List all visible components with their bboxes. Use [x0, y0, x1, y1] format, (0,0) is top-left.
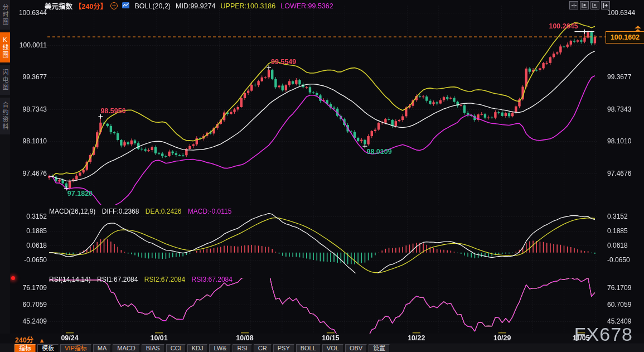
indicator-chart-icon	[122, 2, 129, 10]
axis-label: 76.1709	[607, 284, 631, 292]
macd-title: MACD(26,12,9)	[49, 208, 95, 215]
date-label: 10/29	[493, 334, 511, 342]
chart-canvas[interactable]	[0, 0, 644, 352]
axis-label: 0.1885	[607, 227, 628, 235]
rsi2-value: RSI2:67.2084	[144, 276, 185, 283]
axis-label: 0.0618	[607, 242, 628, 249]
toolbar-button-KDJ[interactable]: KDJ	[187, 344, 208, 352]
axis-label: 76.1709	[12, 284, 47, 292]
toolbar-button-VIP指标[interactable]: VIP指标	[60, 344, 91, 352]
timeframe-up-arrow-icon: ▲	[39, 337, 45, 344]
last-price-value: 100.1602	[611, 33, 640, 41]
toolbar-button-指标[interactable]: 指标	[14, 344, 36, 352]
date-label: 10/01	[150, 334, 167, 342]
toolbar-button-CR[interactable]: CR	[254, 344, 272, 352]
date-label: 09/24	[61, 334, 78, 342]
add-compare-icon[interactable]	[110, 2, 118, 9]
timeframe-selector-label: 240分	[15, 336, 33, 344]
zoom-in-tool-button[interactable]	[580, 1, 589, 9]
macd-dea-value: DEA:0.2426	[146, 208, 182, 215]
toolbar-button-OBV[interactable]: OBV	[345, 344, 367, 352]
boll-indicator-label: BOLL(20,2)	[134, 2, 171, 10]
toolbar-button-CCI[interactable]: CCI	[166, 344, 186, 352]
boll-upper-value: UPPER:100.3186	[221, 2, 276, 10]
last-price-box: 100.1602	[606, 31, 644, 44]
date-label: 10/22	[408, 334, 425, 342]
axis-label: 100.6344	[12, 9, 47, 17]
axis-label: 0.1885	[12, 227, 47, 235]
collapse-panel-tool-button[interactable]	[601, 1, 610, 9]
axis-label: 0.0618	[12, 242, 47, 249]
toolbar-button-VOL[interactable]: VOL	[322, 344, 343, 352]
price-up-arrows-icon	[635, 26, 642, 32]
axis-label: 98.7343	[12, 105, 47, 113]
rsi1-value: RSI1:67.2084	[97, 276, 138, 283]
date-label: 10/08	[236, 334, 253, 342]
axis-label: 0.3152	[12, 213, 47, 220]
recording-dot-icon	[11, 276, 15, 280]
sidebar-tab-分时图[interactable]: 分时图	[0, 0, 10, 30]
axis-label: 99.3677	[607, 73, 631, 81]
axis-label: 97.4676	[607, 170, 631, 177]
axis-label: 97.4676	[12, 170, 47, 177]
price-annotation-low: 97.1820	[67, 190, 93, 197]
axis-label: 0.3152	[607, 213, 628, 220]
chart-tool-buttons	[569, 1, 610, 9]
toolbar-button-MACD[interactable]: MACD	[113, 344, 139, 352]
axis-label: 45.2409	[12, 317, 47, 325]
boll-mid-value: MID:99.9274	[176, 2, 216, 10]
price-annotation-high: 98.5950	[100, 107, 125, 115]
price-annotation-low: 98.0109	[366, 148, 391, 156]
axis-label: -0.0650	[12, 256, 47, 264]
axis-label: 100.6344	[607, 9, 635, 17]
toolbar-button-PSY[interactable]: PSY	[273, 344, 294, 352]
sidebar-tab-闪电图[interactable]: 闪电图	[0, 65, 10, 95]
axis-label: -0.0650	[607, 256, 630, 264]
rsi-header: RSI(14,14,14) RSI1:67.2084 RSI2:67.2084 …	[49, 276, 237, 283]
axis-label: 98.7343	[607, 105, 631, 113]
rsi-title: RSI(14,14,14)	[49, 276, 91, 283]
zoom-out-tool-button[interactable]	[590, 1, 599, 9]
toolbar-button-LW&[interactable]: LW&	[209, 344, 231, 352]
sidebar-tab-合约资料[interactable]: 合约资料	[0, 98, 10, 134]
axis-label: 99.3677	[12, 73, 47, 81]
date-label: 11/05	[573, 334, 590, 342]
toolbar-button-MA[interactable]: MA	[93, 344, 112, 352]
axis-label: 60.7059	[607, 301, 631, 308]
toolbar-button-设置[interactable]: 设置	[369, 344, 390, 352]
price-annotation-high: 100.2645	[549, 22, 578, 30]
price-annotation-high: 99.5549	[271, 58, 296, 66]
macd-hist-value: MACD:-0.0115	[188, 208, 231, 215]
toolbar-button-BIAS[interactable]: BIAS	[142, 344, 164, 352]
axis-label: 100.0011	[12, 41, 47, 49]
left-sidebar: 分时图K线图闪电图合约资料	[0, 0, 10, 334]
timeline-row: 240分 ▲ 09/24 10/01 10/08 10/15 10/22 10/…	[0, 334, 644, 344]
macd-diff-value: DIFF:0.2368	[102, 208, 139, 215]
toolbar-button-RSI[interactable]: RSI	[233, 344, 251, 352]
crosshair-tool-button[interactable]	[569, 1, 578, 9]
toolbar-button-BOLL[interactable]: BOLL	[296, 344, 321, 352]
sidebar-tab-K线图[interactable]: K线图	[0, 32, 10, 62]
toolbar-button-模板[interactable]: 模板	[37, 344, 59, 352]
axis-label: 45.2409	[607, 317, 631, 325]
symbol-name: 美元指数	[45, 1, 72, 11]
axis-label: 98.1010	[607, 137, 631, 145]
axis-label: 60.7059	[12, 301, 47, 308]
macd-header: MACD(26,12,9) DIFF:0.2368 DEA:0.2426 MAC…	[49, 208, 236, 215]
axis-label: 98.1010	[12, 137, 47, 145]
timeframe-label: 【240分】	[75, 1, 107, 11]
chart-header: 美元指数 【240分】 BOLL(20,2) MID:99.9274 UPPER…	[45, 2, 333, 10]
indicator-toolbar: 指标模板VIP指标MAMACDBIASCCIKDJLW&RSICRPSYBOLL…	[0, 344, 644, 352]
date-label: 10/15	[322, 334, 339, 342]
trading-app-window: 分时图K线图闪电图合约资料 美元指数 【240分】 BOLL(20,2) MID…	[0, 0, 644, 352]
boll-lower-value: LOWER:99.5362	[280, 2, 333, 10]
rsi3-value: RSI3:67.2084	[192, 276, 233, 283]
